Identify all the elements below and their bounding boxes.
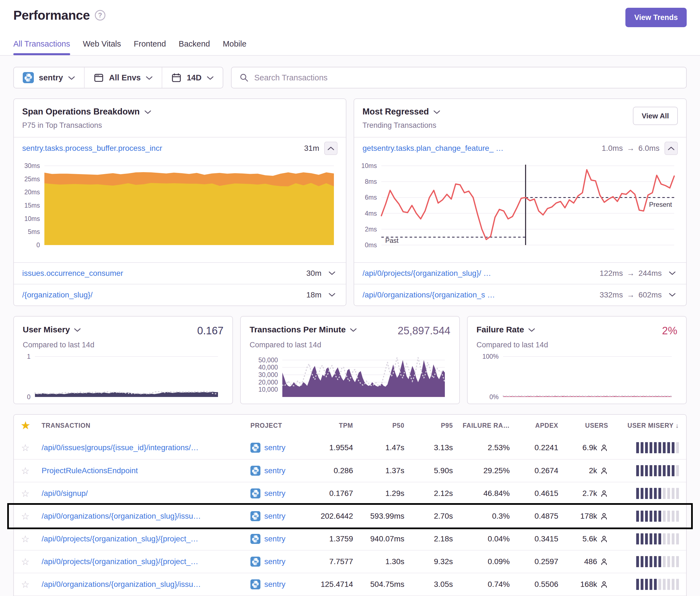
- star-icon[interactable]: ☆: [21, 557, 42, 566]
- misery-bar: [654, 511, 657, 522]
- transaction-link[interactable]: /api/0/projects/{organization_slug}/{pro…: [42, 535, 250, 543]
- project-cell[interactable]: sentry: [250, 443, 307, 453]
- project-cell[interactable]: sentry: [250, 466, 307, 476]
- transaction-link[interactable]: /api/0/signup/: [42, 489, 250, 498]
- transaction-link[interactable]: /api/0/projects/{organization_slug}/{pro…: [42, 557, 250, 566]
- col-users[interactable]: USERS: [558, 422, 608, 430]
- environment-filter-label: All Envs: [109, 73, 141, 82]
- view-all-button[interactable]: View All: [633, 107, 678, 125]
- operation-link[interactable]: /api/0/organizations/{organization_s …: [362, 290, 595, 300]
- users-cell: 178k: [558, 512, 608, 521]
- search-box[interactable]: [231, 67, 687, 88]
- project-cell[interactable]: sentry: [250, 556, 307, 567]
- project-name: sentry: [264, 535, 285, 543]
- col-user-misery[interactable]: USER MISERY ↓: [608, 422, 679, 430]
- star-icon[interactable]: ☆: [21, 512, 42, 521]
- python-project-icon: [23, 72, 34, 83]
- collapse-button[interactable]: [324, 141, 338, 155]
- col-p50[interactable]: P50: [353, 422, 404, 430]
- table-row[interactable]: ☆ /api/0/organizations/{organization_slu…: [14, 573, 686, 595]
- misery-bar: [650, 442, 652, 453]
- chevron-up-icon: [327, 146, 334, 151]
- misery-bar: [672, 488, 674, 499]
- misery-bar: [650, 533, 652, 544]
- failure-rate-cell: 29.25%: [453, 466, 510, 475]
- project-cell[interactable]: sentry: [250, 488, 307, 498]
- apdex-cell: 0.2674: [510, 466, 558, 475]
- svg-text:0: 0: [36, 241, 40, 249]
- table-row[interactable]: ☆ /api/0/signup/ sentry 0.1767 1.29s 2.1…: [14, 482, 686, 504]
- star-icon[interactable]: ☆: [21, 466, 42, 475]
- table-row[interactable]: ☆ /api/0/issues|groups/{issue_id}/integr…: [14, 436, 686, 459]
- span-op-link[interactable]: sentry.tasks.process_buffer.process_incr: [22, 144, 299, 153]
- project-cell[interactable]: sentry: [250, 534, 307, 544]
- expand-button[interactable]: [326, 289, 338, 301]
- span-operations-title-row[interactable]: Span Operations Breakdown: [22, 107, 151, 117]
- tpm-panel: Transactions Per Minute 25,897.544 Compa…: [240, 316, 460, 404]
- table-row[interactable]: ☆ /api/0/projects/{organization_slug}/{p…: [14, 527, 686, 550]
- span-operations-subtitle: P75 in Top Transactions: [22, 121, 151, 130]
- col-failure-rate[interactable]: FAILURE RA…: [453, 422, 510, 430]
- users-count: 2k: [589, 466, 597, 475]
- svg-text:25ms: 25ms: [24, 176, 40, 183]
- users-cell: 2.7k: [558, 489, 608, 498]
- tpm-title-row[interactable]: Transactions Per Minute: [250, 325, 357, 334]
- misery-bar: [641, 465, 644, 476]
- help-icon[interactable]: ?: [95, 10, 105, 21]
- tab-all-transactions[interactable]: All Transactions: [13, 40, 70, 55]
- star-icon[interactable]: ☆: [21, 580, 42, 589]
- most-regressed-title: Most Regressed: [362, 107, 429, 117]
- project-cell[interactable]: sentry: [250, 511, 307, 521]
- expand-button[interactable]: [667, 289, 678, 301]
- span-op-value: 31m: [304, 144, 319, 153]
- table-row[interactable]: ☆ /api/0/projects/{organization_slug}/{p…: [14, 550, 686, 573]
- operation-link[interactable]: /{organization_slug}/: [22, 290, 301, 300]
- environment-filter[interactable]: All Envs: [84, 67, 162, 88]
- tpm-cell: 0.1767: [307, 489, 353, 498]
- failure-rate-cell: 0.3%: [453, 512, 510, 521]
- star-icon[interactable]: ☆: [21, 443, 42, 452]
- col-tpm[interactable]: TPM: [307, 422, 353, 430]
- operation-link[interactable]: issues.occurrence_consumer: [22, 269, 301, 278]
- svg-text:10ms: 10ms: [24, 215, 40, 222]
- python-project-icon-slot: [250, 556, 260, 567]
- project-cell[interactable]: sentry: [250, 579, 307, 589]
- col-apdex[interactable]: APDEX: [510, 422, 558, 430]
- star-header-icon[interactable]: ★: [21, 420, 42, 431]
- col-transaction[interactable]: TRANSACTION: [42, 422, 250, 430]
- table-row[interactable]: ☆ /api/0/organizations/{organization_slu…: [14, 504, 686, 527]
- search-input[interactable]: [254, 73, 678, 82]
- star-icon[interactable]: ☆: [21, 489, 42, 498]
- transaction-link[interactable]: /api/0/organizations/{organization_slug}…: [42, 580, 250, 589]
- operation-link[interactable]: /api/0/projects/{organization_slug}/ …: [362, 269, 595, 278]
- project-filter[interactable]: sentry: [14, 67, 84, 88]
- user-icon: [600, 558, 608, 566]
- tab-frontend[interactable]: Frontend: [134, 40, 166, 55]
- misery-bar: [676, 556, 679, 567]
- table-row[interactable]: ☆ ProjectRuleActionsEndpoint sentry 0.28…: [14, 459, 686, 482]
- tpm-cell: 7.7577: [307, 557, 353, 566]
- col-project[interactable]: PROJECT: [250, 422, 307, 430]
- misery-bar: [645, 556, 648, 567]
- col-p95[interactable]: P95: [404, 422, 453, 430]
- misery-bar: [672, 579, 674, 590]
- transaction-link[interactable]: /api/0/organizations/{organization_slug}…: [42, 512, 250, 521]
- tab-mobile[interactable]: Mobile: [223, 40, 246, 55]
- view-trends-button[interactable]: View Trends: [625, 8, 687, 27]
- users-cell: 2k: [558, 466, 608, 475]
- regressed-link[interactable]: getsentry.tasks.plan_change_feature_ …: [362, 144, 597, 153]
- tab-web-vitals[interactable]: Web Vitals: [83, 40, 121, 55]
- expand-button[interactable]: [326, 268, 338, 279]
- date-range-filter[interactable]: 14D: [162, 67, 222, 88]
- expand-button[interactable]: [667, 268, 678, 279]
- tpm-subtitle: Compared to last 14d: [250, 341, 450, 349]
- tab-backend[interactable]: Backend: [179, 40, 210, 55]
- page-title: Performance: [13, 8, 90, 23]
- transaction-link[interactable]: ProjectRuleActionsEndpoint: [42, 466, 250, 475]
- transaction-link[interactable]: /api/0/issues|groups/{issue_id}/integrat…: [42, 443, 250, 452]
- collapse-button[interactable]: [665, 141, 678, 155]
- star-icon[interactable]: ☆: [21, 534, 42, 544]
- most-regressed-title-row[interactable]: Most Regressed: [362, 107, 441, 117]
- user-misery-title-row[interactable]: User Misery: [23, 325, 81, 334]
- failure-rate-title-row[interactable]: Failure Rate: [476, 325, 535, 334]
